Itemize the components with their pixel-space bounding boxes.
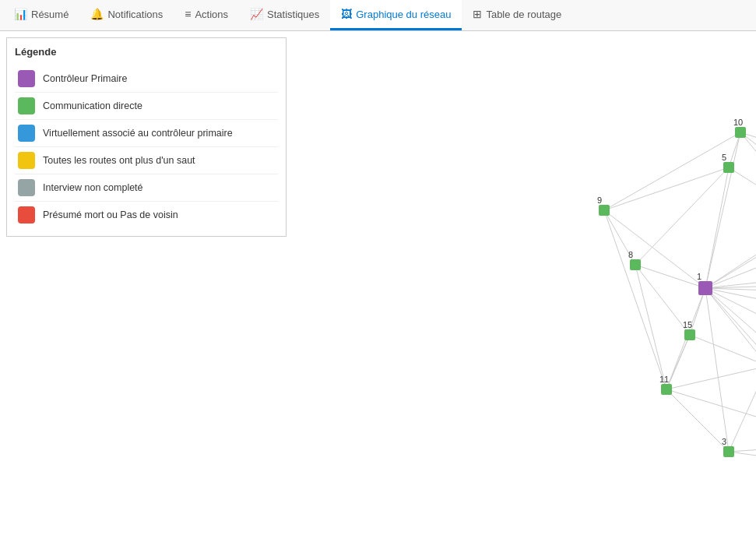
graph-edge xyxy=(635,265,666,389)
tab-notifications-label: Notifications xyxy=(107,9,163,20)
tab-routage-label: Table de routage xyxy=(486,9,561,20)
legend-panel: Légende Contrôleur PrimaireCommunication… xyxy=(6,37,287,237)
node-label: 3 xyxy=(722,437,726,446)
graph-edge xyxy=(604,132,740,210)
legend-color-box xyxy=(18,125,35,142)
svg-rect-4 xyxy=(723,162,734,173)
graph-edge xyxy=(604,167,729,210)
legend-item: Interview non completé xyxy=(15,174,278,202)
graph-node[interactable]: 10 xyxy=(733,118,746,138)
legend-item: Virtuellement associé au contrôleur prim… xyxy=(15,120,278,147)
tab-graphique[interactable]: 🖼 Graphique du réseau xyxy=(330,0,462,30)
legend-color-box xyxy=(18,97,35,114)
graph-edge xyxy=(729,167,756,222)
graph-edge xyxy=(635,167,729,265)
node-label: 8 xyxy=(628,250,633,259)
graph-area[interactable]: 1234567891011121314151617181920 xyxy=(293,31,756,535)
tab-statistiques[interactable]: 📈 Statistiques xyxy=(239,0,330,30)
tab-bar: 📊 Résumé 🔔 Notifications ≡ Actions 📈 Sta… xyxy=(0,0,756,31)
svg-rect-0 xyxy=(698,281,712,295)
legend-color-box xyxy=(18,179,35,196)
legend-item-label: Toutes les routes ont plus d'un saut xyxy=(43,155,195,166)
legend-item-label: Communication directe xyxy=(43,100,142,111)
node-label: 1 xyxy=(697,272,701,281)
tab-actions[interactable]: ≡ Actions xyxy=(174,0,239,30)
graph-node[interactable]: 11 xyxy=(659,375,672,395)
routage-icon: ⊞ xyxy=(473,8,482,20)
node-label: 11 xyxy=(659,375,669,384)
legend-color-box xyxy=(18,206,35,224)
svg-rect-9 xyxy=(735,127,746,138)
tab-statistiques-label: Statistiques xyxy=(267,9,319,20)
legend-title: Légende xyxy=(15,46,278,58)
tab-notifications[interactable]: 🔔 Notifications xyxy=(79,0,174,30)
tab-actions-label: Actions xyxy=(195,9,228,20)
svg-rect-7 xyxy=(630,259,641,270)
svg-rect-14 xyxy=(684,329,695,340)
main-content: Légende Contrôleur PrimaireCommunication… xyxy=(0,31,756,535)
legend-item: Contrôleur Primaire xyxy=(15,65,278,93)
graph-node[interactable]: 9 xyxy=(597,195,610,216)
graphique-icon: 🖼 xyxy=(341,8,352,20)
graph-edge xyxy=(705,265,756,288)
legend-color-box xyxy=(18,70,35,87)
graph-node[interactable]: 1 xyxy=(697,272,712,295)
tab-routage[interactable]: ⊞ Table de routage xyxy=(462,0,572,30)
graph-edge xyxy=(705,288,756,405)
notifications-icon: 🔔 xyxy=(90,8,104,20)
node-label: 10 xyxy=(733,118,743,127)
graph-edge xyxy=(705,288,756,444)
graph-edge xyxy=(705,167,729,288)
graph-edge xyxy=(604,210,666,389)
legend-color-box xyxy=(18,152,35,169)
legend-items: Contrôleur PrimaireCommunication directe… xyxy=(15,65,278,228)
graph-edge xyxy=(666,389,756,444)
svg-rect-8 xyxy=(599,205,610,216)
resume-icon: 📊 xyxy=(14,8,27,20)
legend-item: Communication directe xyxy=(15,93,278,120)
graph-node[interactable]: 3 xyxy=(722,437,734,457)
tab-resume-label: Résumé xyxy=(31,9,69,20)
legend-item-label: Virtuellement associé au contrôleur prim… xyxy=(43,128,233,139)
svg-rect-10 xyxy=(661,384,672,395)
legend-item-label: Contrôleur Primaire xyxy=(43,73,127,84)
graph-edge xyxy=(666,335,690,389)
graph-edge xyxy=(729,366,756,452)
graph-edge xyxy=(666,366,756,389)
graph-edge xyxy=(705,288,756,366)
actions-icon: ≡ xyxy=(185,8,191,20)
node-label: 9 xyxy=(597,195,602,205)
graph-edge xyxy=(635,265,705,288)
graph-edge xyxy=(740,132,756,222)
network-graph: 1234567891011121314151617181920 xyxy=(293,31,756,535)
node-label: 15 xyxy=(683,320,692,329)
legend-item: Toutes les routes ont plus d'un saut xyxy=(15,147,278,174)
legend-item: Présumé mort ou Pas de voisin xyxy=(15,202,278,228)
statistiques-icon: 📈 xyxy=(250,8,263,20)
svg-rect-2 xyxy=(723,446,734,457)
graph-edge xyxy=(604,210,705,288)
tab-resume[interactable]: 📊 Résumé xyxy=(3,0,79,30)
tab-graphique-label: Graphique du réseau xyxy=(356,9,451,20)
graph-node[interactable]: 8 xyxy=(628,250,641,270)
node-label: 5 xyxy=(722,153,726,162)
legend-item-label: Présumé mort ou Pas de voisin xyxy=(43,209,178,220)
legend-item-label: Interview non completé xyxy=(43,182,143,193)
graph-edge xyxy=(740,132,756,226)
graph-edge xyxy=(705,226,756,288)
